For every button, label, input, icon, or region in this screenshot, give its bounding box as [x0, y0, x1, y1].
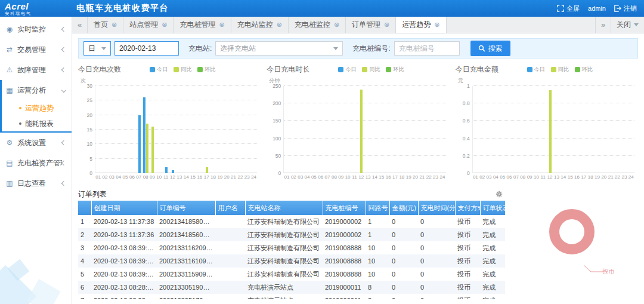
table-row[interactable]: 32020-02-13 08:39:22200213311620934江苏安科瑞… [78, 241, 505, 254]
tab-close-icon[interactable]: ⊗ [162, 22, 167, 28]
close-tabs-label: 关闭 [617, 20, 631, 30]
tab-close-icon[interactable]: ⊗ [219, 22, 224, 28]
cell: 0 [418, 254, 455, 268]
x-tick-label: 24 [250, 174, 257, 182]
tab-充电桩监控[interactable]: 充电桩监控⊗ [289, 17, 346, 33]
submenu-label: 运营趋势 [25, 103, 54, 113]
x-tick-label: 16 [574, 174, 580, 182]
legend-label: 同比 [181, 66, 191, 73]
x-tick-label: 18 [587, 174, 594, 182]
menu-group-日志查看: ▥日志查看 [0, 173, 72, 194]
sidebar-item-运营分析[interactable]: ▦运营分析 [2, 80, 72, 100]
table-row[interactable]: 62020-02-13 08:28:39200213305190934充电桩演示… [78, 281, 505, 294]
x-tick-label: 12 [169, 174, 176, 182]
sidebar-item-故障管理[interactable]: ⚠故障管理 [0, 60, 72, 80]
tab-scroll-right-button[interactable]: » [595, 17, 611, 33]
chart-column [304, 86, 311, 173]
legend-item-同比[interactable]: 同比 [551, 66, 569, 73]
tab-close-icon[interactable]: ⊗ [434, 22, 439, 28]
station-select[interactable]: 选择充电站 [215, 41, 343, 56]
tab-close-icon[interactable]: ⊗ [384, 22, 389, 28]
plot-area: 00.20.40.60.81 [472, 86, 634, 173]
donut-chart[interactable] [549, 209, 595, 254]
legend-item-今日[interactable]: 今日 [150, 66, 168, 73]
x-tick-label: 04 [493, 174, 499, 182]
legend-item-同比[interactable]: 同比 [174, 66, 191, 73]
x-tick-label: 10 [533, 174, 540, 182]
pile-number-input[interactable] [394, 41, 460, 56]
chart-column [379, 86, 385, 173]
sidebar-subitem-能耗报表[interactable]: 能耗报表 [2, 116, 72, 131]
username[interactable]: admin [588, 5, 606, 12]
sidebar-item-label: 运营分析 [17, 85, 62, 96]
menu-group-充电桩资产管理: ▤充电桩资产管理 [0, 153, 72, 173]
tab-首页[interactable]: 首页⊗ [88, 17, 123, 33]
cell: 0 [418, 268, 455, 281]
tab-充电站监控[interactable]: 充电站监控⊗ [231, 17, 289, 33]
gear-icon[interactable] [496, 191, 503, 198]
table-row[interactable]: 72020-02-13 08:28:37200213305170934充电桩演示… [78, 294, 505, 299]
cell: 2020-02-13 08:39:22 [91, 241, 157, 254]
legend-item-环比[interactable]: 环比 [386, 66, 404, 73]
chart-column [122, 86, 129, 173]
legend-label: 环比 [205, 66, 215, 73]
tab-站点管理[interactable]: 站点管理⊗ [123, 17, 174, 33]
chart-column [419, 86, 426, 173]
table-row[interactable]: 42020-02-13 08:39:21200213311610934江苏安科瑞… [78, 254, 505, 268]
cell: 0 [389, 215, 418, 228]
tab-close-icon[interactable]: ⊗ [334, 22, 339, 28]
legend-item-今日[interactable]: 今日 [527, 66, 545, 73]
log-icon: ▥ [5, 179, 14, 188]
legend-item-环比[interactable]: 环比 [575, 66, 593, 73]
header-actions: 全屏 admin 注销 [557, 4, 637, 13]
sidebar-item-系统设置[interactable]: ⚙系统设置 [0, 133, 72, 153]
tab-scroll-left-button[interactable]: « [72, 17, 88, 33]
y-tick-label: 20 [87, 112, 92, 118]
tab-close-icon[interactable]: ⊗ [112, 22, 117, 28]
period-select[interactable]: 日 [83, 41, 111, 56]
cell: 0 [389, 254, 418, 268]
logout-button[interactable]: 注销 [614, 4, 637, 13]
legend-item-环比[interactable]: 环比 [197, 66, 215, 73]
tab-订单管理[interactable]: 订单管理⊗ [346, 17, 396, 33]
fullscreen-icon [557, 5, 564, 12]
cell: 完成 [480, 215, 505, 228]
sidebar-menu: ◉实时监控⇄交易管理⚠故障管理▦运营分析运营趋势能耗报表⚙系统设置▤充电桩资产管… [0, 19, 72, 194]
sidebar-item-实时监控[interactable]: ◉实时监控 [0, 19, 72, 39]
date-input[interactable] [114, 41, 179, 56]
col-header-充电时间(分): 充电时间(分) [418, 201, 455, 215]
tab-close-icon[interactable]: ⊗ [277, 22, 282, 28]
table-row[interactable]: 12020-02-13 11:37:38200213418580958江苏安科瑞… [78, 215, 505, 228]
y-tick-label: 25 [87, 97, 92, 103]
cell: 0 [418, 294, 455, 299]
cell: 2020-02-13 08:39:19 [91, 268, 157, 281]
sidebar-item-充电桩资产管理[interactable]: ▤充电桩资产管理 [0, 153, 72, 173]
chart-column [547, 86, 553, 173]
y-tick-label: 0.2 [463, 153, 470, 159]
x-tick-label: 05 [311, 174, 317, 182]
y-tick-label: 0.4 [463, 136, 470, 142]
fullscreen-button[interactable]: 全屏 [557, 4, 580, 13]
tab-充电桩管理[interactable]: 充电桩管理⊗ [174, 17, 231, 33]
chart-column [324, 86, 331, 173]
asset-icon: ▤ [5, 159, 14, 167]
cell: 8 [366, 294, 389, 299]
legend-item-今日[interactable]: 今日 [338, 66, 356, 73]
sidebar-item-日志查看[interactable]: ▥日志查看 [0, 173, 72, 194]
sidebar-item-交易管理[interactable]: ⇄交易管理 [0, 39, 72, 60]
sidebar-subitem-运营趋势[interactable]: 运营趋势 [2, 100, 72, 116]
table-row[interactable]: 22020-02-13 11:37:36200213418560958江苏安科瑞… [78, 228, 505, 241]
x-tick-label: 02 [101, 174, 108, 182]
search-button[interactable]: 搜索 [470, 41, 510, 56]
station-select-placeholder: 选择充电站 [220, 44, 256, 54]
tab-运营趋势[interactable]: 运营趋势⊗ [396, 17, 446, 33]
chart-column [594, 86, 600, 173]
close-tabs-menu[interactable]: 关闭 [611, 17, 644, 33]
cell [215, 294, 245, 299]
table-row[interactable]: 52020-02-13 08:39:19200213311590934江苏安科瑞… [78, 268, 505, 281]
chart-column [332, 86, 338, 173]
chart-column [183, 86, 190, 173]
chart-column [527, 86, 533, 173]
brand-subtitle: 安科瑞电气 [5, 11, 69, 16]
legend-item-同比[interactable]: 同比 [362, 66, 380, 73]
